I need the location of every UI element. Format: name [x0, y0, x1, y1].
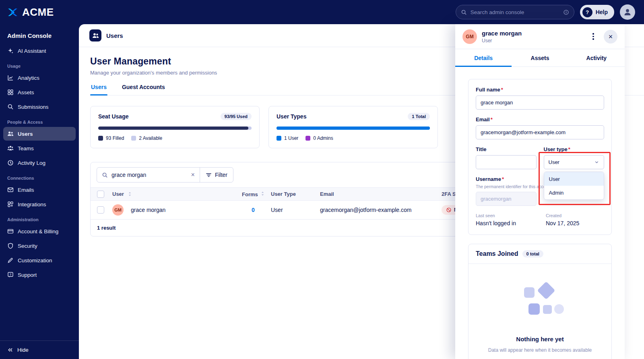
drawer-header: GM grace morgan User ×: [455, 24, 625, 49]
users-icon: [7, 131, 14, 137]
required-marker: *: [568, 146, 570, 152]
username-helper-text: The permanent identifier for this accoun…: [476, 184, 537, 189]
col-header-forms[interactable]: Forms: [242, 191, 258, 197]
sidebar-item-account-billing[interactable]: Account & Billing: [3, 224, 76, 238]
last-seen-label: Last seen: [476, 213, 546, 218]
close-drawer-button[interactable]: ×: [604, 30, 617, 44]
help-button[interactable]: ? Help: [580, 5, 614, 19]
admin-search: [456, 5, 574, 19]
sidebar-item-security[interactable]: Security: [3, 239, 76, 253]
pen-icon: [7, 257, 14, 264]
sidebar-item-label: Analytics: [18, 75, 39, 81]
email-label: Email*: [476, 116, 604, 122]
drawer-tab-details[interactable]: Details: [455, 49, 512, 66]
main-header-title: Users: [106, 32, 123, 39]
sidebar-item-customization[interactable]: Customization: [3, 253, 76, 267]
sidebar-item-label: Support: [18, 272, 37, 278]
dropdown-option-admin[interactable]: Admin: [544, 186, 604, 199]
sidebar-item-label: Activity Log: [18, 160, 45, 166]
credit-card-icon: [7, 228, 14, 234]
sparkles-icon: [7, 48, 14, 54]
created-value: Nov 17, 2025: [546, 220, 579, 226]
legend-filled-swatch: [98, 136, 103, 141]
hide-label: Hide: [17, 347, 29, 353]
user-types-title: User Types: [277, 113, 306, 120]
tab-guest-accounts[interactable]: Guest Accounts: [121, 84, 166, 95]
row-name: grace morgan: [131, 207, 165, 213]
full-name-label: Full name*: [476, 87, 604, 93]
clear-search-icon[interactable]: ×: [191, 172, 195, 178]
sidebar-title: Admin Console: [3, 29, 76, 44]
seat-usage-badge: 93/95 Used: [221, 113, 252, 120]
kebab-menu-icon[interactable]: [588, 31, 599, 43]
legend-filled: 93 Filled: [98, 135, 124, 141]
sidebar-item-assets[interactable]: Assets: [3, 85, 76, 99]
legend-available-swatch: [131, 136, 136, 141]
sidebar-item-integrations[interactable]: Integrations: [3, 197, 76, 211]
sidebar-item-label: Teams: [18, 145, 34, 151]
select-all-checkbox[interactable]: [97, 191, 104, 198]
sidebar-item-ai-assistant[interactable]: AI Assistant: [3, 44, 76, 58]
acme-logo-icon: [7, 7, 18, 17]
legend-users-label: 1 User: [284, 135, 298, 141]
seat-usage-progress-bar: [98, 127, 252, 130]
legend-available-label: 2 Available: [139, 135, 162, 141]
legend-available: 2 Available: [131, 135, 162, 141]
teams-joined-card: Teams Joined 0 total Nothing here yet Da…: [468, 244, 612, 359]
sidebar-item-label: Submissions: [18, 104, 49, 110]
row-forms-count[interactable]: 0: [242, 207, 255, 213]
row-checkbox[interactable]: [97, 206, 104, 214]
support-icon: ?: [7, 272, 14, 278]
sort-icon[interactable]: [128, 191, 132, 197]
sort-icon[interactable]: [261, 191, 264, 196]
sidebar-section-usage: Usage: [3, 58, 76, 71]
col-header-email: Email: [320, 191, 334, 197]
row-avatar: GM: [112, 204, 124, 216]
sidebar-item-support[interactable]: ? Support: [3, 268, 76, 282]
admin-search-input[interactable]: [471, 9, 559, 15]
col-header-user-type: User Type: [271, 191, 296, 197]
sidebar-item-label: Customization: [18, 257, 52, 264]
title-field[interactable]: [476, 155, 537, 169]
drawer-tabs: Details Assets Activity: [455, 49, 625, 67]
sidebar-item-label: Assets: [18, 89, 34, 95]
seat-usage-title: Seat Usage: [98, 113, 128, 120]
grid-icon: [7, 89, 14, 95]
filter-icon: [206, 172, 212, 178]
brand[interactable]: ACME: [7, 6, 54, 19]
sidebar-hide-button[interactable]: Hide: [0, 340, 79, 359]
username-field: [476, 192, 537, 206]
empty-state-caption: Data will appear here when it becomes av…: [488, 347, 592, 353]
account-avatar[interactable]: [620, 4, 635, 20]
dropdown-option-user[interactable]: User: [544, 172, 604, 186]
user-types-card: User Types 1 Total 1 User 0 Admins: [268, 106, 438, 148]
tab-users[interactable]: Users: [90, 84, 107, 95]
row-email: gracemorgan@jotform-example.com: [320, 207, 411, 213]
help-label: Help: [596, 9, 608, 15]
email-field[interactable]: [476, 125, 604, 139]
full-name-field[interactable]: [476, 95, 604, 110]
topbar-actions: ? Help: [456, 4, 635, 20]
filter-button[interactable]: Filter: [200, 168, 233, 182]
legend-admins-label: 0 Admins: [313, 135, 333, 141]
col-header-user[interactable]: User: [112, 191, 124, 197]
user-types-badge: 1 Total: [408, 113, 430, 120]
user-type-select[interactable]: User: [544, 155, 605, 169]
sidebar-item-users[interactable]: Users: [3, 127, 76, 141]
sidebar-item-analytics[interactable]: Analytics: [3, 71, 76, 85]
sidebar-item-activity-log[interactable]: Activity Log: [3, 156, 76, 170]
sidebar-item-teams[interactable]: Teams: [3, 141, 76, 155]
required-marker: *: [502, 176, 504, 182]
svg-text:?: ?: [10, 273, 12, 276]
drawer-tab-activity[interactable]: Activity: [568, 49, 625, 66]
drawer-tab-assets[interactable]: Assets: [512, 49, 568, 66]
row-user-type: User: [271, 207, 283, 213]
person-icon: [623, 8, 632, 17]
sidebar-item-emails[interactable]: Emails: [3, 183, 76, 197]
info-icon[interactable]: [563, 9, 569, 15]
user-type-selected-value: User: [549, 159, 559, 165]
teams-joined-badge: 0 total: [522, 250, 543, 257]
sidebar-item-submissions[interactable]: Submissions: [3, 100, 76, 114]
table-search-input[interactable]: [111, 172, 188, 178]
seat-usage-progress-fill: [98, 127, 248, 130]
